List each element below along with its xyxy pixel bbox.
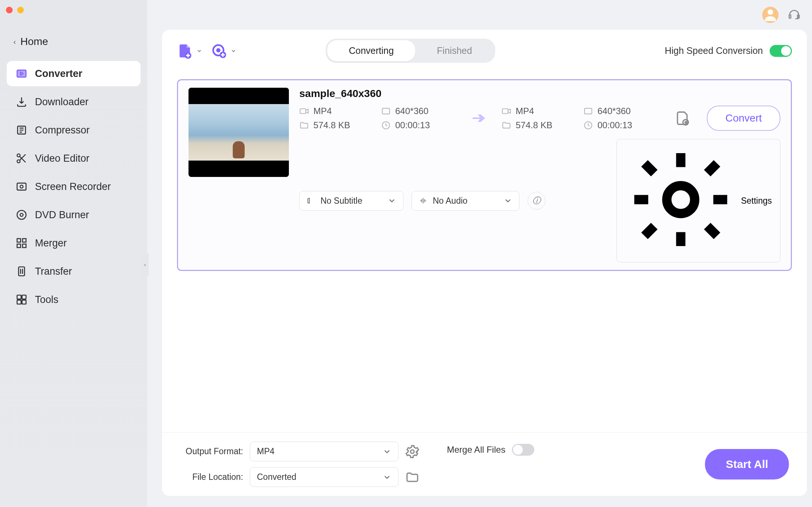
svg-point-10	[17, 210, 26, 219]
source-format: MP4	[313, 106, 332, 116]
chevron-down-icon	[383, 473, 392, 482]
sidebar-item-label: Video Editor	[35, 153, 90, 164]
merge-label: Merge All Files	[447, 445, 505, 455]
disc-icon	[16, 209, 28, 221]
merge-toggle[interactable]	[512, 444, 534, 456]
support-button[interactable]	[787, 8, 801, 22]
sidebar-item-video-editor[interactable]: Video Editor	[7, 146, 141, 171]
svg-rect-13	[23, 239, 26, 242]
scissors-icon	[16, 152, 28, 164]
target-format: MP4	[516, 106, 534, 116]
source-resolution: 640*360	[395, 106, 428, 116]
svg-rect-26	[382, 108, 390, 114]
target-resolution: 640*360	[597, 106, 631, 116]
transfer-icon	[16, 265, 28, 277]
svg-point-7	[17, 160, 20, 163]
video-thumbnail[interactable]	[188, 88, 289, 177]
video-icon	[502, 106, 511, 116]
tab-converting[interactable]: Converting	[327, 40, 415, 61]
home-link[interactable]: ‹ Home	[0, 30, 147, 54]
sidebar: ‹ Home Converter Downloader Compressor V…	[0, 0, 147, 507]
minimize-window-button[interactable]	[17, 7, 24, 13]
file-info-button[interactable]: ⓘ	[528, 192, 545, 210]
sidebar-item-transfer[interactable]: Transfer	[7, 259, 141, 284]
svg-point-23	[217, 49, 220, 51]
user-avatar[interactable]	[762, 7, 779, 23]
add-file-icon	[177, 43, 193, 59]
output-settings-gear-button[interactable]	[405, 445, 419, 459]
resolution-icon	[583, 106, 593, 116]
sidebar-item-downloader[interactable]: Downloader	[7, 89, 141, 114]
sidebar-collapse-button[interactable]: ‹	[141, 254, 149, 276]
svg-rect-16	[19, 267, 25, 276]
info-icon: ⓘ	[532, 195, 541, 206]
video-icon	[299, 106, 309, 116]
file-settings-button[interactable]: Settings	[616, 139, 780, 262]
sidebar-item-tools[interactable]: Tools	[7, 287, 141, 312]
file-location-value: Converted	[257, 472, 296, 482]
chevron-left-icon: ‹	[144, 262, 146, 268]
sidebar-item-converter[interactable]: Converter	[7, 61, 141, 86]
svg-point-11	[20, 213, 23, 216]
audio-icon	[419, 196, 428, 205]
main-content: Converting Finished High Speed Conversio…	[147, 0, 812, 507]
toolbar: Converting Finished High Speed Conversio…	[162, 30, 807, 72]
merger-icon	[16, 237, 28, 249]
chevron-down-icon	[383, 447, 392, 456]
output-format-value: MP4	[257, 446, 274, 456]
sidebar-item-dvd-burner[interactable]: DVD Burner	[7, 202, 141, 227]
add-disc-icon	[211, 43, 227, 59]
status-tabs: Converting Finished	[326, 39, 495, 63]
svg-point-32	[667, 186, 695, 214]
folder-icon	[502, 120, 511, 130]
tools-icon	[16, 294, 28, 306]
output-settings-button[interactable]	[674, 110, 690, 126]
headset-icon	[787, 8, 801, 22]
source-duration: 00:00:13	[395, 120, 430, 130]
file-item[interactable]: sample_640x360 MP4 640*360 574.8 KB 00:0…	[177, 79, 792, 271]
open-folder-button[interactable]	[405, 470, 419, 484]
subtitle-icon	[306, 196, 315, 205]
start-all-button[interactable]: Start All	[705, 449, 789, 479]
arrow-right-icon	[470, 109, 487, 127]
source-size: 574.8 KB	[313, 120, 350, 130]
sidebar-item-label: Merger	[35, 238, 67, 249]
target-info: MP4 640*360 574.8 KB 00:00:13	[502, 106, 658, 130]
svg-rect-25	[300, 109, 306, 114]
person-icon	[762, 7, 779, 23]
chevron-down-icon	[196, 48, 202, 54]
home-label: Home	[20, 36, 48, 48]
sidebar-item-label: Tools	[35, 294, 58, 306]
convert-button[interactable]: Convert	[707, 106, 780, 131]
sidebar-item-compressor[interactable]: Compressor	[7, 117, 141, 143]
svg-rect-8	[17, 183, 26, 190]
file-location-dropdown[interactable]: Converted	[250, 467, 399, 487]
subtitle-dropdown[interactable]: No Subtitle	[299, 191, 403, 211]
subtitle-value: No Subtitle	[320, 196, 362, 206]
sidebar-item-label: Transfer	[35, 266, 72, 277]
download-icon	[16, 96, 28, 108]
target-size: 574.8 KB	[516, 120, 552, 130]
file-name: sample_640x360	[299, 88, 780, 100]
output-format-dropdown[interactable]: MP4	[250, 442, 399, 461]
high-speed-toggle[interactable]	[770, 45, 792, 57]
tab-finished[interactable]: Finished	[415, 40, 494, 61]
add-file-button[interactable]	[177, 43, 202, 59]
audio-value: No Audio	[433, 196, 467, 206]
sidebar-item-screen-recorder[interactable]: Screen Recorder	[7, 174, 141, 199]
output-format-label: Output Format:	[180, 446, 243, 456]
clock-icon	[583, 120, 593, 130]
sidebar-item-label: Compressor	[35, 125, 90, 136]
svg-point-9	[20, 185, 23, 188]
sidebar-item-label: Converter	[35, 68, 83, 80]
sidebar-item-merger[interactable]: Merger	[7, 230, 141, 256]
converter-icon	[16, 68, 28, 80]
close-window-button[interactable]	[6, 7, 13, 13]
svg-rect-1	[789, 15, 791, 18]
audio-dropdown[interactable]: No Audio	[412, 191, 519, 211]
clock-icon	[381, 120, 391, 130]
gear-icon	[625, 144, 737, 258]
resolution-icon	[381, 106, 391, 116]
target-duration: 00:00:13	[597, 120, 632, 130]
add-disc-button[interactable]	[211, 43, 236, 59]
